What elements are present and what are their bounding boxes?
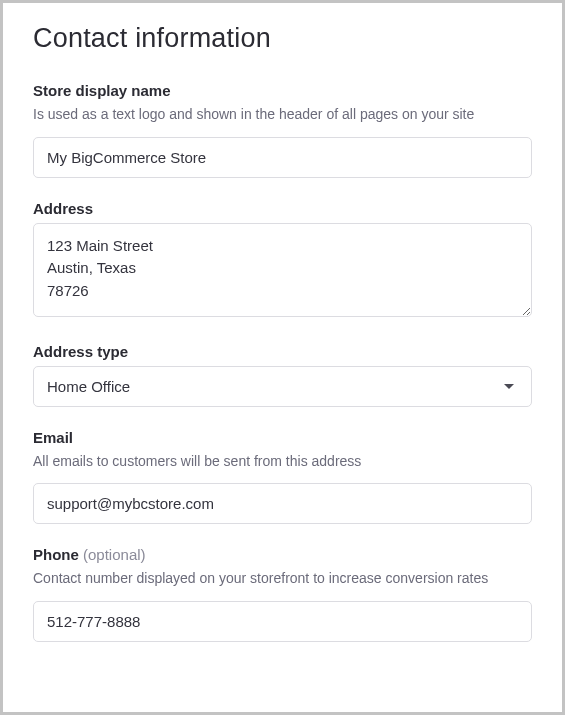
phone-help: Contact number displayed on your storefr… bbox=[33, 569, 532, 589]
email-label: Email bbox=[33, 429, 532, 446]
chevron-down-icon bbox=[504, 384, 514, 389]
field-phone: Phone (optional) Contact number displaye… bbox=[33, 546, 532, 642]
store-display-name-help: Is used as a text logo and shown in the … bbox=[33, 105, 532, 125]
email-help: All emails to customers will be sent fro… bbox=[33, 452, 532, 472]
field-address: Address bbox=[33, 200, 532, 321]
address-type-selected-value: Home Office bbox=[47, 378, 130, 395]
contact-information-panel: Contact information Store display name I… bbox=[0, 0, 565, 715]
section-title: Contact information bbox=[33, 23, 532, 54]
address-label: Address bbox=[33, 200, 532, 217]
phone-label: Phone (optional) bbox=[33, 546, 532, 563]
field-email: Email All emails to customers will be se… bbox=[33, 429, 532, 525]
phone-label-text: Phone bbox=[33, 546, 79, 563]
address-type-label: Address type bbox=[33, 343, 532, 360]
phone-optional-suffix: (optional) bbox=[83, 546, 146, 563]
email-input[interactable] bbox=[33, 483, 532, 524]
field-address-type: Address type Home Office bbox=[33, 343, 532, 407]
store-display-name-input[interactable] bbox=[33, 137, 532, 178]
address-type-select[interactable]: Home Office bbox=[33, 366, 532, 407]
store-display-name-label: Store display name bbox=[33, 82, 532, 99]
field-store-display-name: Store display name Is used as a text log… bbox=[33, 82, 532, 178]
address-textarea[interactable] bbox=[33, 223, 532, 317]
phone-input[interactable] bbox=[33, 601, 532, 642]
